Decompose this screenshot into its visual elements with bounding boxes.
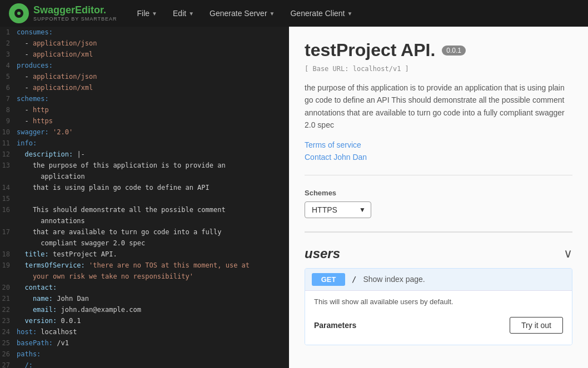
generate-server-arrow-icon: ▼ bbox=[270, 11, 275, 17]
code-line: 7schemes: bbox=[0, 93, 289, 104]
endpoint-path: / bbox=[352, 275, 356, 284]
code-line: application bbox=[0, 171, 289, 182]
code-line: 17 that are available to turn go code in… bbox=[0, 226, 289, 238]
code-line: 10swagger: '2.0' bbox=[0, 127, 289, 138]
params-row: Parameters Try it out bbox=[314, 312, 563, 338]
editor-pane[interactable]: 1consumes: 2 - application/json 3 - appl… bbox=[0, 27, 289, 368]
endpoint-card-get: GET / Show index page. This will show al… bbox=[305, 268, 572, 345]
edit-arrow-icon: ▼ bbox=[188, 11, 194, 17]
code-line: 11info: bbox=[0, 138, 289, 149]
code-line: 27 /: bbox=[0, 360, 289, 368]
logo-text: SwaggerEditor. Supported by SMARTBEAR bbox=[33, 5, 117, 22]
code-line: 15 bbox=[0, 193, 289, 204]
logo-subtitle: Supported by SMARTBEAR bbox=[33, 16, 117, 22]
section-divider bbox=[305, 231, 572, 233]
logo-name: SwaggerEditor. bbox=[33, 5, 117, 16]
code-line: 2 - application/json bbox=[0, 38, 289, 49]
nav-generate-server[interactable]: Generate Server ▼ bbox=[203, 4, 281, 22]
code-line: 23 version: 0.0.1 bbox=[0, 315, 289, 326]
preview-pane: testProject API. 0.0.1 [ Base URL: local… bbox=[289, 27, 588, 368]
divider bbox=[305, 175, 572, 175]
nav-generate-client[interactable]: Generate Client ▼ bbox=[283, 4, 359, 22]
code-line: 26paths: bbox=[0, 349, 289, 360]
users-section: users ∨ GET / Show index page. This will… bbox=[305, 246, 572, 345]
base-url: [ Base URL: localhost/v1 ] bbox=[305, 65, 572, 73]
code-line: 14 that is using plain go code to define… bbox=[0, 182, 289, 193]
try-it-button[interactable]: Try it out bbox=[510, 317, 563, 334]
svg-point-1 bbox=[14, 9, 23, 18]
api-title-row: testProject API. 0.0.1 bbox=[305, 40, 572, 61]
schemes-section: Schemes HTTPS HTTP ▼ bbox=[305, 189, 572, 218]
navbar: SwaggerEditor. Supported by SMARTBEAR Fi… bbox=[0, 0, 588, 27]
terms-of-service-link[interactable]: Terms of service bbox=[305, 140, 572, 149]
version-badge: 0.0.1 bbox=[442, 46, 466, 56]
code-line: 20 contact: bbox=[0, 282, 289, 293]
code-line: 21 name: John Dan bbox=[0, 293, 289, 304]
code-line: 9 - https bbox=[0, 115, 289, 127]
code-line: 13 the purpose of this application is to… bbox=[0, 160, 289, 171]
code-line: 5 - application/json bbox=[0, 71, 289, 82]
logo-icon bbox=[9, 3, 29, 23]
api-description: the purpose of this application is to pr… bbox=[305, 82, 572, 132]
params-label: Parameters bbox=[314, 321, 356, 330]
endpoint-header[interactable]: GET / Show index page. bbox=[305, 269, 572, 290]
schemes-select[interactable]: HTTPS HTTP bbox=[305, 201, 371, 218]
code-line: compliant swagger 2.0 spec bbox=[0, 238, 289, 249]
code-line: 16 This should demonstrate all the possi… bbox=[0, 204, 289, 215]
endpoint-summary: Show index page. bbox=[363, 275, 565, 284]
code-line: 24host: localhost bbox=[0, 326, 289, 337]
logo-name-part1: Swagger bbox=[33, 4, 75, 16]
schemes-label: Schemes bbox=[305, 189, 572, 197]
logo-name-part2: Editor. bbox=[75, 4, 106, 16]
endpoint-body: This will show all available users by de… bbox=[305, 290, 572, 345]
logo: SwaggerEditor. Supported by SMARTBEAR bbox=[9, 3, 117, 23]
contact-link[interactable]: Contact John Dan bbox=[305, 153, 572, 162]
code-line: 22 email: john.dan@example.com bbox=[0, 304, 289, 315]
code-line: 3 - application/xml bbox=[0, 49, 289, 60]
collapse-icon[interactable]: ∨ bbox=[564, 246, 572, 261]
code-line: annotations bbox=[0, 215, 289, 226]
file-arrow-icon: ▼ bbox=[152, 11, 157, 17]
nav-edit[interactable]: Edit ▼ bbox=[166, 4, 201, 22]
generate-client-arrow-icon: ▼ bbox=[347, 11, 353, 17]
main-content: 1consumes: 2 - application/json 3 - appl… bbox=[0, 27, 588, 368]
code-line: 19 termsOfService: 'there are no TOS at … bbox=[0, 260, 289, 271]
svg-point-2 bbox=[17, 12, 21, 15]
code-line: 18 title: testProject API. bbox=[0, 249, 289, 260]
nav-file[interactable]: File ▼ bbox=[131, 4, 164, 22]
method-badge-get: GET bbox=[312, 273, 345, 286]
code-line: 1consumes: bbox=[0, 27, 289, 38]
code-line: 6 - application/xml bbox=[0, 82, 289, 93]
schemes-wrapper: HTTPS HTTP ▼ bbox=[305, 201, 371, 218]
code-line: 8 - http bbox=[0, 104, 289, 115]
users-title: users bbox=[305, 246, 340, 261]
api-title: testProject API. bbox=[305, 40, 435, 61]
code-line: your own risk we take no responsibility' bbox=[0, 271, 289, 282]
endpoint-body-desc: This will show all available users by de… bbox=[314, 298, 563, 306]
users-header: users ∨ bbox=[305, 246, 572, 261]
navbar-menu: File ▼ Edit ▼ Generate Server ▼ Generate… bbox=[131, 4, 360, 22]
code-line: 12 description: |- bbox=[0, 149, 289, 160]
code-line: 25basePath: /v1 bbox=[0, 337, 289, 349]
code-line: 4produces: bbox=[0, 60, 289, 71]
